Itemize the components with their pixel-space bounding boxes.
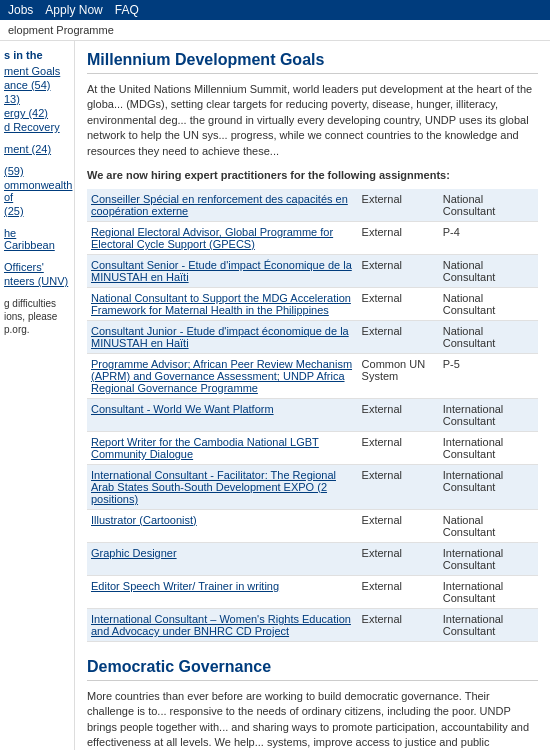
job-title[interactable]: Conseiller Spécial en renforcement des c… bbox=[87, 189, 358, 222]
table-row: Illustrator (Cartoonist) External Nation… bbox=[87, 509, 538, 542]
job-level: International Consultant bbox=[439, 464, 538, 509]
job-level: International Consultant bbox=[439, 431, 538, 464]
job-type: External bbox=[358, 254, 439, 287]
job-level: National Consultant bbox=[439, 320, 538, 353]
table-row: Report Writer for the Cambodia National … bbox=[87, 431, 538, 464]
top-navigation: Jobs Apply Now FAQ bbox=[0, 0, 550, 20]
job-title[interactable]: Programme Advisor; African Peer Review M… bbox=[87, 353, 358, 398]
dg-section: Democratic Governance More countries tha… bbox=[87, 658, 538, 750]
sidebar-section-1-title: s in the bbox=[4, 49, 70, 61]
sidebar-item-6[interactable]: ment (24) bbox=[4, 143, 70, 155]
job-type: External bbox=[358, 464, 439, 509]
table-row: Regional Electoral Advisor, Global Progr… bbox=[87, 221, 538, 254]
sidebar-item-5[interactable]: d Recovery bbox=[4, 121, 70, 133]
job-title[interactable]: Editor Speech Writer/ Trainer in writing bbox=[87, 575, 358, 608]
job-level: International Consultant bbox=[439, 608, 538, 641]
sidebar-item-officers[interactable]: Officers' bbox=[4, 261, 70, 273]
job-level: National Consultant bbox=[439, 509, 538, 542]
sidebar-section-3: (59) ommonwealth of (25) bbox=[4, 165, 70, 217]
sidebar-item-7[interactable]: (59) bbox=[4, 165, 70, 177]
dg-intro: More countries than ever before are work… bbox=[87, 689, 538, 750]
job-level: International Consultant bbox=[439, 398, 538, 431]
sidebar-item-unv[interactable]: nteers (UNV) bbox=[4, 275, 70, 287]
job-level: International Consultant bbox=[439, 542, 538, 575]
sidebar-section-4: he Caribbean bbox=[4, 227, 70, 251]
table-row: International Consultant – Women's Right… bbox=[87, 608, 538, 641]
sidebar-item-3[interactable]: 13) bbox=[4, 93, 70, 105]
table-row: Graphic Designer External International … bbox=[87, 542, 538, 575]
table-row: Consultant Senior - Etude d'impact Écono… bbox=[87, 254, 538, 287]
dg-title: Democratic Governance bbox=[87, 658, 538, 681]
job-type: External bbox=[358, 287, 439, 320]
job-title[interactable]: National Consultant to Support the MDG A… bbox=[87, 287, 358, 320]
subheader-text: elopment Programme bbox=[8, 24, 114, 36]
table-row: Programme Advisor; African Peer Review M… bbox=[87, 353, 538, 398]
table-row: National Consultant to Support the MDG A… bbox=[87, 287, 538, 320]
job-level: International Consultant bbox=[439, 575, 538, 608]
jobs-link[interactable]: Jobs bbox=[8, 3, 33, 17]
job-level: P-4 bbox=[439, 221, 538, 254]
table-row: Editor Speech Writer/ Trainer in writing… bbox=[87, 575, 538, 608]
job-type: External bbox=[358, 320, 439, 353]
sidebar-section-5: Officers' nteers (UNV) bbox=[4, 261, 70, 287]
job-type: External bbox=[358, 509, 439, 542]
table-row: International Consultant - Facilitator: … bbox=[87, 464, 538, 509]
mdg-hiring-label: We are now hiring expert practitioners f… bbox=[87, 169, 538, 181]
faq-link[interactable]: FAQ bbox=[115, 3, 139, 17]
job-title[interactable]: Consultant - World We Want Platform bbox=[87, 398, 358, 431]
sidebar-item-8[interactable]: ommonwealth of bbox=[4, 179, 70, 203]
job-title[interactable]: Consultant Junior - Etude d'impact écono… bbox=[87, 320, 358, 353]
sidebar-item-10[interactable]: he Caribbean bbox=[4, 227, 70, 251]
sidebar-bottom-text: g difficultiesions, pleasep.org. bbox=[4, 297, 70, 336]
job-title[interactable]: Consultant Senior - Etude d'impact Écono… bbox=[87, 254, 358, 287]
job-title[interactable]: Illustrator (Cartoonist) bbox=[87, 509, 358, 542]
job-level: National Consultant bbox=[439, 254, 538, 287]
job-type: External bbox=[358, 575, 439, 608]
job-level: National Consultant bbox=[439, 189, 538, 222]
apply-link[interactable]: Apply Now bbox=[45, 3, 102, 17]
table-row: Conseiller Spécial en renforcement des c… bbox=[87, 189, 538, 222]
sidebar-item-4[interactable]: ergy (42) bbox=[4, 107, 70, 119]
job-title[interactable]: Regional Electoral Advisor, Global Progr… bbox=[87, 221, 358, 254]
job-title[interactable]: International Consultant – Women's Right… bbox=[87, 608, 358, 641]
job-type: External bbox=[358, 431, 439, 464]
job-title[interactable]: International Consultant - Facilitator: … bbox=[87, 464, 358, 509]
sidebar-section-2: ment (24) bbox=[4, 143, 70, 155]
job-level: National Consultant bbox=[439, 287, 538, 320]
sidebar-item-9[interactable]: (25) bbox=[4, 205, 70, 217]
job-title[interactable]: Graphic Designer bbox=[87, 542, 358, 575]
table-row: Consultant - World We Want Platform Exte… bbox=[87, 398, 538, 431]
sub-header: elopment Programme bbox=[0, 20, 550, 41]
mdg-jobs-table: Conseiller Spécial en renforcement des c… bbox=[87, 189, 538, 642]
mdg-section: Millennium Development Goals At the Unit… bbox=[87, 51, 538, 642]
main-layout: s in the ment Goals ance (54) 13) ergy (… bbox=[0, 41, 550, 750]
mdg-intro: At the United Nations Millennium Summit,… bbox=[87, 82, 538, 159]
job-type: Common UN System bbox=[358, 353, 439, 398]
sidebar: s in the ment Goals ance (54) 13) ergy (… bbox=[0, 41, 75, 750]
job-title[interactable]: Report Writer for the Cambodia National … bbox=[87, 431, 358, 464]
job-type: External bbox=[358, 398, 439, 431]
content-area: Millennium Development Goals At the Unit… bbox=[75, 41, 550, 750]
table-row: Consultant Junior - Etude d'impact écono… bbox=[87, 320, 538, 353]
job-type: External bbox=[358, 542, 439, 575]
sidebar-item-1[interactable]: ment Goals bbox=[4, 65, 70, 77]
job-type: External bbox=[358, 221, 439, 254]
job-type: External bbox=[358, 189, 439, 222]
job-level: P-5 bbox=[439, 353, 538, 398]
job-type: External bbox=[358, 608, 439, 641]
sidebar-item-2[interactable]: ance (54) bbox=[4, 79, 70, 91]
sidebar-section-1: s in the ment Goals ance (54) 13) ergy (… bbox=[4, 49, 70, 133]
mdg-title: Millennium Development Goals bbox=[87, 51, 538, 74]
